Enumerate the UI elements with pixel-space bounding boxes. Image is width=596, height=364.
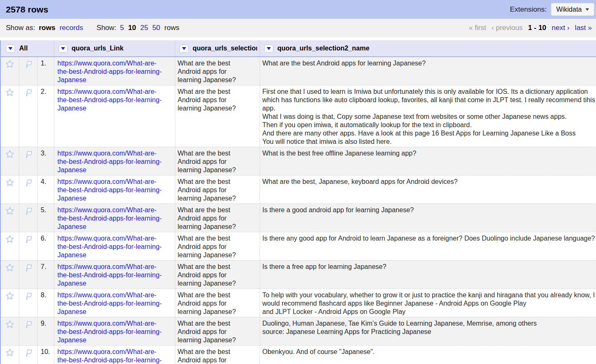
page-size-suffix: rows [164, 24, 179, 32]
flag-toggle[interactable] [19, 57, 37, 85]
row-link[interactable]: https://www.quora.com/What-are-the-best-… [58, 348, 162, 364]
star-toggle[interactable] [0, 260, 19, 289]
flag-toggle[interactable] [19, 232, 37, 260]
row-link[interactable]: https://www.quora.com/What-are-the-best-… [58, 206, 162, 230]
table-body: 1.https://www.quora.com/What-are-the-bes… [0, 57, 596, 364]
flag-toggle[interactable] [19, 260, 37, 289]
flag-icon [23, 88, 33, 97]
table-row: 3.https://www.quora.com/What-are-the-bes… [0, 147, 596, 175]
star-icon [5, 149, 15, 159]
table-row: 7.https://www.quora.com/What-are-the-bes… [0, 260, 596, 289]
page-size-option-5[interactable]: 5 [120, 24, 124, 32]
selection-cell: What are the best Android apps for learn… [175, 203, 260, 232]
link-cell: https://www.quora.com/What-are-the-best-… [54, 203, 175, 232]
page-size-option-25[interactable]: 25 [140, 24, 148, 32]
link-cell: https://www.quora.com/What-are-the-best-… [54, 57, 175, 85]
row-count-title: 2578 rows [6, 5, 48, 15]
star-icon [5, 291, 15, 301]
star-toggle[interactable] [0, 317, 19, 345]
selection2-name-cell: What is the best free offline Japanese l… [260, 147, 596, 175]
star-toggle[interactable] [0, 345, 19, 364]
flag-toggle[interactable] [19, 289, 37, 317]
flag-icon [23, 263, 33, 272]
table-row: 2.https://www.quora.com/What-are-the-bes… [0, 85, 596, 147]
row-index: 6. [37, 232, 54, 260]
flag-toggle[interactable] [19, 345, 37, 364]
star-toggle[interactable] [0, 85, 19, 147]
column-header-label: quora_urls_selection [193, 45, 257, 52]
row-index: 3. [37, 147, 54, 175]
flag-toggle[interactable] [19, 85, 37, 147]
extensions-label: Extensions: [510, 5, 547, 14]
flag-toggle[interactable] [19, 203, 37, 232]
selection-cell: What are the best Android apps for learn… [175, 85, 260, 147]
star-toggle[interactable] [0, 289, 19, 317]
page-size-option-50[interactable]: 50 [152, 24, 160, 32]
star-toggle[interactable] [0, 175, 19, 203]
selection2-name-cell: To help with your vocabulary, whether to… [260, 289, 596, 317]
extensions-dropdown-button[interactable]: Wikidata [551, 3, 594, 16]
top-header-bar: 2578 rows Extensions: Wikidata [0, 0, 596, 19]
selection-cell: What are the best Android apps for learn… [175, 175, 260, 203]
row-link[interactable]: https://www.quora.com/What-are-the-best-… [58, 235, 162, 259]
table-row: 1.https://www.quora.com/What-are-the-bes… [0, 57, 596, 85]
star-toggle[interactable] [0, 203, 19, 232]
pagination-first-link: « first [469, 24, 486, 32]
all-column-menu-button[interactable] [6, 45, 15, 53]
flag-toggle[interactable] [19, 317, 37, 345]
flag-icon [23, 234, 33, 244]
row-index: 1. [37, 57, 54, 85]
star-icon [5, 263, 15, 272]
view-toolbar: Show as: rows records Show: 5 10 25 50 r… [0, 19, 596, 37]
table-row: 4.https://www.quora.com/What-are-the-bes… [0, 175, 596, 203]
link-cell: https://www.quora.com/What-are-the-best-… [54, 317, 175, 345]
row-link[interactable]: https://www.quora.com/What-are-the-best-… [58, 60, 162, 83]
link-cell: https://www.quora.com/What-are-the-best-… [54, 289, 175, 317]
row-link[interactable]: https://www.quora.com/What-are-the-best-… [58, 150, 162, 173]
column-menu-button[interactable] [179, 45, 189, 53]
dropdown-triangle-icon [8, 47, 13, 50]
row-link[interactable]: https://www.quora.com/What-are-the-best-… [58, 291, 162, 315]
column-header-label: quora_urls_selection2_name [278, 45, 370, 52]
column-menu-button[interactable] [58, 45, 68, 53]
selection2-name-cell: What are the best Android apps for learn… [260, 57, 596, 85]
data-grid: All quora_urls_Link quora_urls_selection [0, 40, 596, 364]
selection-cell: What are the best Android apps for learn… [175, 232, 260, 260]
link-cell: https://www.quora.com/What-are-the-best-… [54, 345, 175, 364]
row-link[interactable]: https://www.quora.com/What-are-the-best-… [58, 88, 162, 112]
show-as-records-option[interactable]: records [60, 24, 83, 32]
row-index: 10. [37, 345, 54, 364]
selection-cell: What are the best Android apps for learn… [175, 289, 260, 317]
star-toggle[interactable] [0, 57, 19, 85]
show-as-label: Show as: [6, 24, 35, 32]
flag-icon [23, 319, 33, 329]
row-index: 5. [37, 203, 54, 232]
selection-cell: What are the best Android apps for learn… [175, 317, 260, 345]
flag-icon [23, 291, 33, 301]
link-cell: https://www.quora.com/What-are-the-best-… [54, 232, 175, 260]
selection-cell: What are the best Android apps for learn… [175, 345, 260, 364]
flag-toggle[interactable] [19, 175, 37, 203]
flag-toggle[interactable] [19, 147, 37, 175]
row-index: 7. [37, 260, 54, 289]
page-size-option-10: 10 [128, 24, 136, 32]
selection2-name-cell: First one that I used to learn is Imiwa … [260, 85, 596, 147]
pagination-previous-link: ‹ previous [492, 24, 523, 32]
row-link[interactable]: https://www.quora.com/What-are-the-best-… [58, 320, 162, 344]
chevron-down-icon [586, 8, 589, 11]
dropdown-triangle-icon [61, 47, 65, 50]
flag-icon [23, 149, 33, 159]
table-row: 10.https://www.quora.com/What-are-the-be… [0, 345, 596, 364]
star-icon [5, 206, 15, 216]
row-link[interactable]: https://www.quora.com/What-are-the-best-… [58, 178, 162, 202]
star-toggle[interactable] [0, 232, 19, 260]
column-header-quora-urls-selection: quora_urls_selection [175, 41, 260, 57]
pagination-next-link[interactable]: next › [552, 24, 570, 32]
column-menu-button[interactable] [264, 45, 273, 53]
pagination: « first ‹ previous 1 - 10 next › last » [469, 24, 592, 32]
link-cell: https://www.quora.com/What-are-the-best-… [54, 85, 175, 147]
pagination-last-link[interactable]: last » [575, 24, 592, 32]
table-row: 6.https://www.quora.com/What-are-the-bes… [0, 232, 596, 260]
star-toggle[interactable] [0, 147, 19, 175]
row-link[interactable]: https://www.quora.com/What-are-the-best-… [58, 263, 162, 287]
